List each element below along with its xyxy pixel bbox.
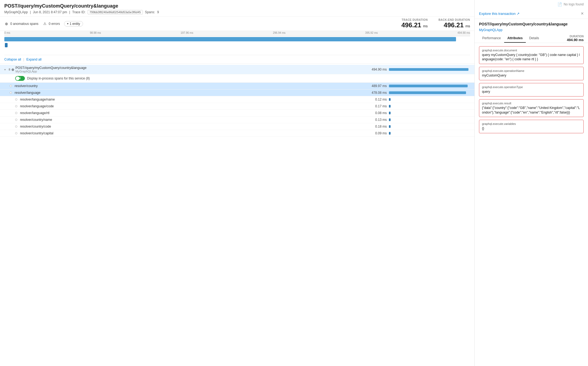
rp-title: POST//query/myCustomQuery/country&langua… xyxy=(479,22,584,27)
tree-bar-cell xyxy=(389,124,470,129)
stats-bar: 0 anomalous spans 0 errors 1 entity TRAC… xyxy=(0,16,474,31)
tree-row[interactable]: resolver/language/name 0.12 ms xyxy=(0,96,474,103)
attribute-block: graphql.execute.operationName myCustomQu… xyxy=(479,67,584,80)
tree-row[interactable]: resolver/language/rtl 0.08 ms xyxy=(0,110,474,117)
separator2: | xyxy=(69,10,70,14)
explore-bar: Explore this transaction ↗ × xyxy=(475,9,588,19)
tree-row[interactable]: resolver/language 478.08 ms xyxy=(0,89,474,96)
tree-rows-container: resolver/country 489.97 ms resolver/lang… xyxy=(0,83,474,137)
errors-label: 0 errors xyxy=(49,22,60,26)
tree-label: resolver/language/name xyxy=(20,98,368,101)
connector-dot xyxy=(10,92,12,94)
header-meta: MyGraphQLApp | Jun 8, 2021 8:47:07 pm | … xyxy=(4,10,470,14)
tree-label: resolver/country xyxy=(15,84,368,88)
page-title: POST//query/myCustomQuery/country&langua… xyxy=(4,3,470,9)
app-name: MyGraphQLApp xyxy=(4,10,28,14)
connector-dot xyxy=(15,105,17,107)
root-chevron: ▾ xyxy=(4,68,9,71)
attribute-block: graphql.execute.operationType query xyxy=(479,83,584,97)
ruler-mark: 197.96 ms xyxy=(181,31,193,34)
main-panel: POST//query/myCustomQuery/country&langua… xyxy=(0,0,474,366)
rp-tab-details[interactable]: Details xyxy=(526,34,542,43)
attr-key: graphql.execute.document xyxy=(482,49,581,52)
backend-duration-value: 496.21 ms xyxy=(438,21,470,29)
tree-bar-fill xyxy=(389,118,391,121)
root-count: 8 xyxy=(9,68,10,71)
trace-id-value: 799bb3f8240e86d02548d53a5e3f6d45 xyxy=(88,10,143,14)
timeline-bar-row-2 xyxy=(4,42,470,48)
tree-bar-cell xyxy=(389,104,470,108)
no-logs-label: No logs found xyxy=(564,2,584,6)
globe-icon: ⊕ xyxy=(11,68,14,72)
connector-dot xyxy=(15,98,17,101)
explore-link[interactable]: Explore this transaction ↗ xyxy=(479,12,520,16)
close-button[interactable]: × xyxy=(581,11,584,16)
inprocess-toggle[interactable]: ON xyxy=(15,76,25,81)
tree-bar-fill xyxy=(389,112,391,114)
app-container: POST//query/myCustomQuery/country&langua… xyxy=(0,0,588,366)
tree-bar-fill xyxy=(389,91,466,94)
tree-container: ▾ 8 ⊕ POST//query/myCustomQuery/country&… xyxy=(0,64,474,366)
tree-bar-cell xyxy=(389,111,470,115)
rp-duration-block: DURATION 494.90 ms xyxy=(567,35,584,42)
rp-title-block: POST//query/myCustomQuery/country&langua… xyxy=(475,19,588,28)
rp-tab-performance[interactable]: Performance xyxy=(479,34,504,43)
tree-bar-cell xyxy=(389,97,470,102)
tree-bar-fill xyxy=(389,85,468,87)
anomalous-label: 0 anomalous spans xyxy=(10,22,38,26)
backend-duration-label: BACK-END DURATION xyxy=(438,18,470,21)
expand-all-button[interactable]: Expand all xyxy=(26,58,41,61)
errors-stat: 0 errors xyxy=(43,22,60,26)
attribute-block: graphql.execute.document query myCustomQ… xyxy=(479,46,584,64)
header: POST//query/myCustomQuery/country&langua… xyxy=(0,0,474,16)
tree-row[interactable]: resolver/language/code 0.17 ms xyxy=(0,103,474,110)
tree-row[interactable]: resolver/country/capital 0.09 ms xyxy=(0,130,474,137)
no-logs-bar: 📄 No logs found xyxy=(475,0,588,9)
tree-bar-fill xyxy=(389,125,391,128)
external-link-icon: ↗ xyxy=(517,12,520,16)
tree-label: resolver/language/code xyxy=(20,104,368,108)
tree-label: resolver/country/name xyxy=(20,118,368,122)
toggle-row: ON Display in-process spans for this ser… xyxy=(0,74,474,83)
connector-dot xyxy=(10,85,12,87)
timeline-chart xyxy=(4,36,470,55)
connector-dot xyxy=(15,125,17,128)
trace-duration-label: TRACE DURATION xyxy=(401,18,428,21)
tree-bar-cell xyxy=(389,131,470,135)
tree-row[interactable]: resolver/country/name 0.13 ms xyxy=(0,117,474,123)
tree-row[interactable]: resolver/country/code 0.18 ms xyxy=(0,123,474,130)
connector-dot xyxy=(15,112,17,114)
tree-root-row[interactable]: ▾ 8 ⊕ POST//query/myCustomQuery/country&… xyxy=(0,65,474,74)
collapse-all-button[interactable]: Collapse all xyxy=(4,58,21,61)
ruler-mark: 296.94 ms xyxy=(273,31,286,34)
rp-attributes: graphql.execute.document query myCustomQ… xyxy=(475,43,588,139)
ruler-mark: 494.90 ms xyxy=(457,31,470,34)
tree-duration: 0.13 ms xyxy=(368,118,387,122)
backend-duration-block: BACK-END DURATION 496.21 ms xyxy=(438,18,470,29)
tree-duration: 0.17 ms xyxy=(368,104,387,108)
tree-duration: 0.08 ms xyxy=(368,111,387,115)
error-icon xyxy=(43,22,47,26)
stats-right: TRACE DURATION 496.21 ms BACK-END DURATI… xyxy=(401,18,470,29)
entity-badge[interactable]: 1 entity xyxy=(64,21,83,26)
tree-duration: 0.12 ms xyxy=(368,98,387,101)
right-panel: 📄 No logs found Explore this transaction… xyxy=(474,0,588,366)
timeline-ruler: 0 ms98.98 ms197.96 ms296.94 ms395.92 ms4… xyxy=(4,31,470,36)
ruler-marks: 0 ms98.98 ms197.96 ms296.94 ms395.92 ms4… xyxy=(4,31,470,35)
tree-duration: 0.18 ms xyxy=(368,125,387,128)
rp-tabs-left: PerformanceAttributesDetails xyxy=(479,34,542,43)
trace-id-label: Trace ID: xyxy=(72,10,85,14)
attr-value: query xyxy=(482,89,581,94)
trace-duration-block: TRACE DURATION 496.21 ms xyxy=(401,18,428,29)
tree-row[interactable]: resolver/country 489.97 ms xyxy=(0,83,474,89)
trace-duration-value: 496.21 ms xyxy=(401,21,428,29)
rp-duration-value: 494.90 ms xyxy=(567,38,584,42)
attr-value: {"data":{"country":{"code":"GB","name":"… xyxy=(482,106,581,115)
tree-label: resolver/country/capital xyxy=(20,131,368,135)
rp-duration-label: DURATION xyxy=(567,35,584,38)
rp-tab-attributes[interactable]: Attributes xyxy=(504,34,526,43)
anomaly-icon xyxy=(4,22,9,26)
divider: | xyxy=(23,57,24,61)
separator: | xyxy=(30,10,31,14)
rp-app-link[interactable]: MyGraphQLApp xyxy=(475,28,588,32)
